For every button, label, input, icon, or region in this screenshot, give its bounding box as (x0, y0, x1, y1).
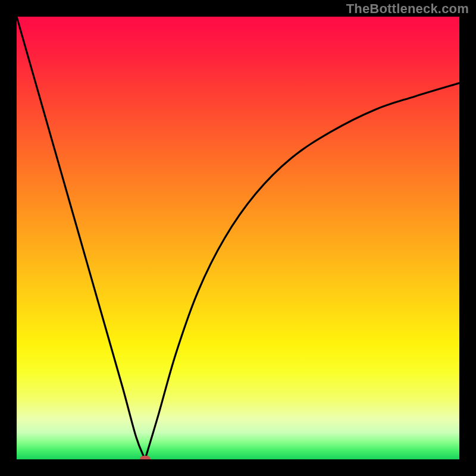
curve-right-branch (145, 83, 459, 459)
chart-frame: TheBottleneck.com (0, 0, 476, 476)
bottleneck-curve (17, 17, 459, 459)
curve-left-branch (17, 17, 145, 459)
plot-area (17, 17, 459, 459)
watermark-text: TheBottleneck.com (346, 1, 469, 17)
optimal-point-marker (140, 456, 151, 459)
